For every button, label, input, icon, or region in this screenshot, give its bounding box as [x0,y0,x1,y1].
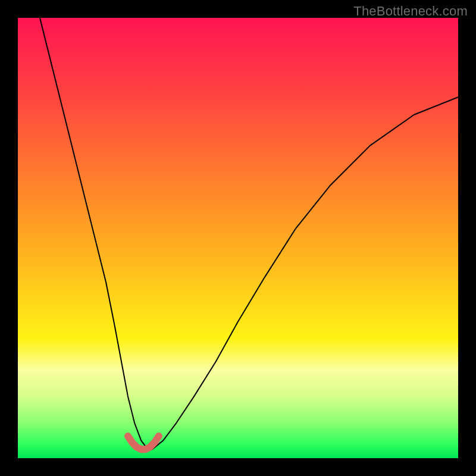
chart-frame: TheBottleneck.com [0,0,476,476]
watermark-text: TheBottleneck.com [353,4,468,19]
plot-area [18,18,458,458]
chart-svg [18,18,458,458]
series-bottleneck-curve [40,18,458,449]
